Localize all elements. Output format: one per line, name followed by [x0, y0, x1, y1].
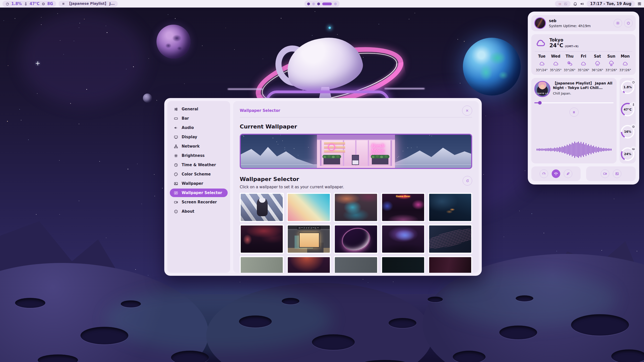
star	[483, 174, 484, 175]
now-playing-pill[interactable]: 【Japanese Playlist】 J...	[59, 1, 118, 7]
weather-timezone: (GMT+9)	[565, 45, 578, 48]
workspace-4-active[interactable]	[322, 3, 332, 5]
workspace-3[interactable]	[317, 3, 320, 5]
notifications-bell-icon[interactable]	[573, 2, 577, 6]
image-icon	[174, 182, 178, 186]
waveform-bar	[548, 148, 549, 151]
clock-pill[interactable]: 17:17 - Tue, 19 Aug	[587, 1, 635, 7]
star	[315, 11, 315, 12]
audio-visualizer	[534, 140, 614, 160]
sidebar-item-display[interactable]: Display	[170, 133, 228, 141]
settings-button[interactable]	[614, 19, 622, 27]
waveform-bar	[592, 146, 593, 153]
waveform-bar	[581, 142, 581, 157]
waveform-bar	[574, 142, 575, 158]
star	[411, 148, 412, 148]
tray-image-icon[interactable]	[564, 2, 568, 6]
dashboard-grid-icon[interactable]	[637, 2, 641, 6]
star	[294, 148, 294, 149]
sidebar-item-brightness[interactable]: Brightness	[170, 151, 228, 160]
wallpaper-thumb-lofi[interactable]	[287, 224, 331, 254]
waveform-bar	[554, 148, 555, 152]
screenshot-button[interactable]	[613, 169, 621, 178]
wallpaper-thumb-fortress[interactable]	[428, 193, 472, 222]
star	[128, 169, 128, 169]
wallpaper-image-lofi	[288, 225, 330, 253]
waveform-bar	[566, 146, 566, 153]
media-progress-slider[interactable]	[534, 101, 614, 105]
system-tray-pill[interactable]	[555, 1, 571, 7]
sidebar-item-wallpaper-selector[interactable]: Wallpaper Selector	[170, 189, 228, 197]
sidebar-item-label: Brightness	[182, 153, 205, 158]
close-button[interactable]	[462, 106, 472, 116]
wallpaper-thumb-pastel[interactable]	[287, 193, 331, 222]
power-button[interactable]	[624, 19, 633, 27]
screen-record-button[interactable]	[601, 169, 609, 178]
workspace-5[interactable]	[334, 3, 337, 5]
system-stats-pill[interactable]: 1.8% 47°C 8G	[3, 1, 56, 7]
selector-icon	[174, 191, 178, 195]
user-card: seb System Uptime: 4h19m	[531, 15, 636, 31]
star	[84, 19, 85, 19]
workspace-2[interactable]	[312, 3, 315, 5]
tray-crab-icon[interactable]	[558, 2, 562, 6]
waveform-bar	[611, 149, 612, 151]
star	[70, 103, 71, 104]
star	[36, 214, 36, 215]
crater	[239, 315, 272, 328]
wallpaper-thumb-slate[interactable]	[334, 256, 378, 273]
performance-profile-button[interactable]	[540, 169, 548, 178]
wallpaper-thumb-coral[interactable]	[287, 256, 331, 273]
sidebar-item-bar[interactable]: Bar	[170, 114, 228, 123]
sidebar-item-time-weather[interactable]: Time & Weather	[170, 161, 228, 169]
waveform-bar	[568, 145, 569, 154]
wallpaper-thumb-redforest[interactable]	[240, 224, 284, 254]
waveform-bar	[544, 149, 545, 151]
waveform-bar	[601, 148, 601, 152]
waveform-bar	[577, 142, 578, 157]
pause-button[interactable]	[570, 108, 579, 117]
wallpaper-thumb-blackhole[interactable]	[334, 224, 378, 254]
workspace-1[interactable]	[307, 3, 310, 5]
refresh-button[interactable]	[463, 176, 472, 186]
wallpaper-thumb-mesh[interactable]	[428, 224, 472, 254]
sidebar-item-general[interactable]: General	[170, 105, 228, 113]
star	[60, 40, 60, 41]
powersaver-profile-button[interactable]	[564, 169, 572, 178]
wallpaper-thumb-blur[interactable]	[334, 193, 378, 222]
wallpaper-thumb-sage[interactable]	[240, 256, 284, 273]
sidebar-item-network[interactable]: Network	[170, 142, 228, 151]
waveform-bar	[562, 146, 562, 153]
star	[154, 196, 155, 196]
waveform-bar	[605, 148, 605, 151]
balanced-profile-button[interactable]	[552, 169, 560, 178]
star	[28, 140, 29, 140]
cpu-temp: 47°C	[30, 2, 39, 6]
slider-knob[interactable]	[538, 101, 542, 105]
volume-icon[interactable]	[580, 2, 584, 6]
waveform-bar	[583, 142, 584, 157]
sidebar-item-color-scheme[interactable]: Color Scheme	[170, 170, 228, 178]
star	[525, 170, 525, 171]
wallpaper-thumb-darkteal[interactable]	[381, 256, 425, 273]
sidebar-item-about[interactable]: About	[170, 207, 228, 216]
waveform-bar	[591, 145, 591, 154]
sidebar-item-wallpaper[interactable]: Wallpaper	[170, 179, 228, 188]
sidebar-item-audio[interactable]: Audio	[170, 123, 228, 132]
stat-ring-1-8: 1.8%	[621, 80, 634, 94]
current-wallpaper-heading: Current Wallpaper	[240, 123, 472, 130]
wallpaper-thumb-nebula[interactable]	[381, 224, 425, 254]
sidebar-item-screen-recorder[interactable]: Screen Recorder	[170, 198, 228, 206]
star	[397, 157, 398, 158]
wallpaper-thumb-arcade[interactable]	[381, 193, 425, 222]
forecast-day: Sat	[590, 54, 604, 59]
waveform-bar	[579, 143, 580, 156]
wallpaper-thumb-anime[interactable]	[240, 193, 284, 222]
star	[141, 204, 142, 204]
settings-content: Wallpaper Selector Current Wallpaper	[233, 101, 479, 273]
waveform-bar	[558, 148, 559, 152]
audio-icon	[174, 126, 178, 130]
wallpaper-thumb-maroon[interactable]	[428, 256, 472, 273]
star	[175, 18, 176, 19]
weather-temperature: 24°C	[549, 42, 563, 49]
